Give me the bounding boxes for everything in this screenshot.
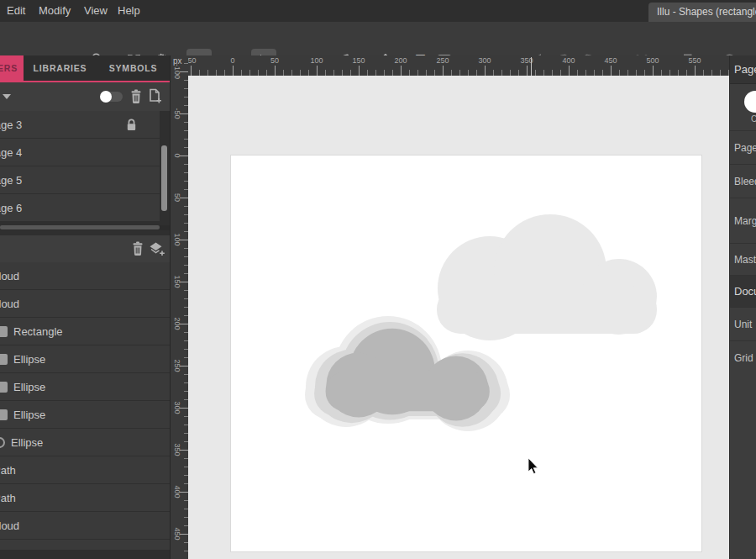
- layers-list: cloud cloud Rectangle Ellipse Ellipse El…: [0, 262, 170, 551]
- layer-name: Ellipse: [11, 436, 43, 449]
- page-row[interactable]: Page 6: [0, 194, 160, 222]
- hscrollbar-thumb[interactable]: [0, 225, 160, 229]
- settings-row[interactable]: Page: [730, 130, 756, 164]
- menu-item-modify[interactable]: Modify: [39, 0, 71, 22]
- panel-tabs: LAYERS LIBRARIES SYMBOLS: [0, 55, 170, 82]
- layer-row[interactable]: Ellipse: [0, 429, 170, 456]
- trash-icon[interactable]: [131, 241, 144, 256]
- pages-visibility-toggle[interactable]: [101, 92, 123, 102]
- tab-libraries[interactable]: LIBRARIES: [24, 55, 97, 81]
- layer-row-partial[interactable]: [0, 540, 170, 551]
- layer-row[interactable]: cloud: [0, 512, 170, 540]
- settings-row-label: Bleed: [734, 176, 756, 187]
- layer-row[interactable]: Ellipse: [0, 345, 170, 373]
- layer-name: cloud: [0, 270, 19, 282]
- artwork: [188, 76, 729, 559]
- menu-item-edit[interactable]: Edit: [7, 0, 25, 22]
- toggle-knob: [100, 91, 112, 103]
- settings-row-label: Document: [734, 285, 756, 298]
- settings-row[interactable]: Grid: [730, 340, 756, 374]
- layer-name: Ellipse: [13, 381, 45, 393]
- settings-section-header[interactable]: Document: [730, 275, 756, 307]
- layer-name: Ellipse: [13, 353, 45, 366]
- pages-collapse-caret[interactable]: [3, 94, 11, 99]
- pages-list: Page 3 Page 4 Page 5 Page 6: [0, 111, 170, 222]
- page-row[interactable]: Page 3: [0, 111, 160, 139]
- add-page-icon[interactable]: [148, 88, 163, 104]
- vertical-ruler: -100-50050100150200250300350400450: [170, 55, 188, 559]
- settings-row-label: Master: [734, 254, 756, 266]
- page-row[interactable]: Page 4: [0, 139, 160, 166]
- layer-row[interactable]: cloud: [0, 290, 170, 318]
- menu-item-view[interactable]: View: [84, 0, 108, 22]
- toolbar: - 100% +: [0, 22, 756, 55]
- right-panel-header[interactable]: Page: [730, 55, 756, 84]
- ruler-unit: px: [173, 56, 182, 66]
- layer-name: Path: [0, 464, 16, 477]
- shape-icon: [0, 326, 8, 337]
- layer-row[interactable]: Ellipse: [0, 373, 170, 401]
- ruler-corner: px: [170, 55, 188, 69]
- settings-row[interactable]: Margins: [730, 198, 756, 243]
- layer-name: Path: [0, 492, 16, 504]
- trash-icon[interactable]: [129, 89, 143, 104]
- ellipse-icon: [0, 437, 5, 448]
- mouse-cursor: [528, 458, 539, 476]
- layer-row[interactable]: cloud: [0, 262, 170, 290]
- layer-row[interactable]: Path: [0, 484, 170, 512]
- settings-row-label: Page: [734, 142, 756, 154]
- page-row[interactable]: Page 5: [0, 166, 160, 194]
- settings-row-label: Unit: [734, 319, 752, 330]
- settings-row-label: Margins: [734, 215, 756, 227]
- lock-icon[interactable]: [126, 118, 137, 131]
- settings-row[interactable]: Bleed: [730, 164, 756, 198]
- add-layer-icon[interactable]: [149, 241, 165, 256]
- swatch-label: Color: [751, 114, 756, 124]
- page-name: Page 6: [0, 202, 22, 214]
- tab-layers[interactable]: LAYERS: [0, 55, 24, 81]
- page-name: Page 5: [0, 174, 22, 187]
- layer-row[interactable]: Ellipse: [0, 401, 170, 429]
- pages-hscrollbar[interactable]: [0, 225, 170, 230]
- settings-row-label: Grid: [734, 352, 753, 364]
- cloud-large[interactable]: [437, 214, 657, 340]
- settings-row[interactable]: Master: [730, 243, 756, 275]
- pages-header: [0, 82, 170, 111]
- shape-icon: [0, 409, 8, 420]
- layer-name: cloud: [0, 519, 19, 532]
- menu-item-help[interactable]: Help: [118, 0, 140, 22]
- layer-name: Rectangle: [13, 325, 63, 338]
- page-color-swatch[interactable]: [744, 91, 756, 113]
- pages-scrollbar-thumb[interactable]: [161, 145, 167, 211]
- layers-header: [0, 235, 170, 262]
- page-name: Page 4: [0, 146, 22, 159]
- layer-name: Ellipse: [13, 409, 45, 421]
- layer-name: cloud: [0, 298, 19, 310]
- right-panel: Page Color Page Bleed Margins Master Doc…: [729, 55, 756, 559]
- horizontal-ruler: -50050100150200250300350400450500550: [188, 55, 729, 76]
- canvas[interactable]: [188, 76, 729, 559]
- layer-row[interactable]: Rectangle: [0, 318, 170, 345]
- shape-icon: [0, 354, 8, 365]
- right-panel-rows: Page Bleed Margins Master Document Unit …: [730, 130, 756, 374]
- page-name: Page 3: [0, 119, 22, 131]
- layer-row[interactable]: Path: [0, 456, 170, 484]
- menu-bar: Edit Modify View Help Illu - Shapes (rec…: [0, 0, 756, 22]
- settings-row[interactable]: Unit: [730, 307, 756, 340]
- application-window: Edit Modify View Help Illu - Shapes (rec…: [0, 0, 756, 559]
- shape-icon: [0, 382, 8, 393]
- tab-symbols[interactable]: SYMBOLS: [97, 55, 170, 81]
- left-panel: LAYERS LIBRARIES SYMBOLS Page 3: [0, 55, 170, 559]
- document-tab[interactable]: Illu - Shapes (rectangles, e: [648, 3, 756, 22]
